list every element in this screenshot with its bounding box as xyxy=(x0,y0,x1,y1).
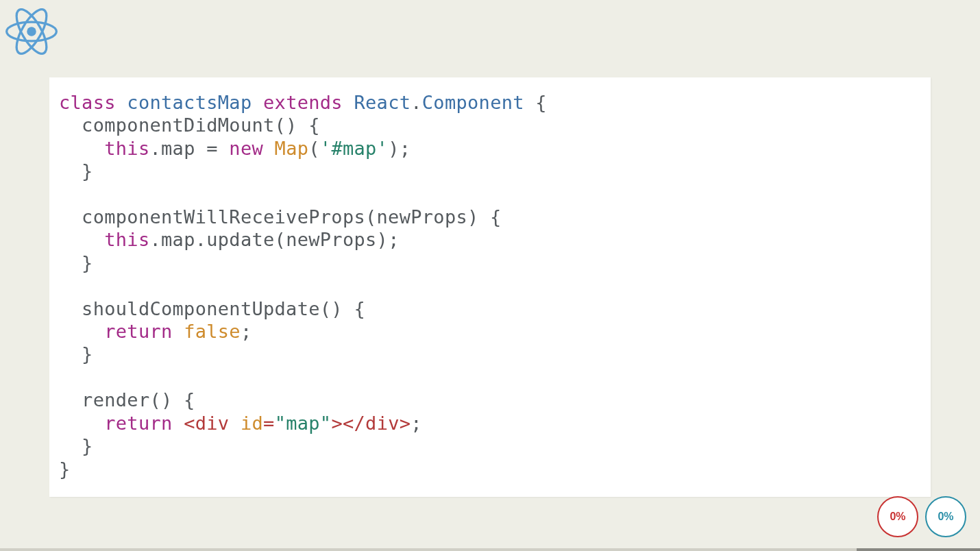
code-content: class contactsMap extends React.Componen… xyxy=(59,91,921,480)
svg-point-0 xyxy=(27,27,36,36)
bottom-progress xyxy=(857,548,980,551)
progress-circle-blue: 0% xyxy=(925,496,966,537)
react-logo-icon xyxy=(5,5,58,58)
progress-circles: 0% 0% xyxy=(877,496,966,537)
bottom-bar xyxy=(0,548,980,551)
progress-circle-red: 0% xyxy=(877,496,918,537)
code-block: class contactsMap extends React.Componen… xyxy=(49,77,931,497)
